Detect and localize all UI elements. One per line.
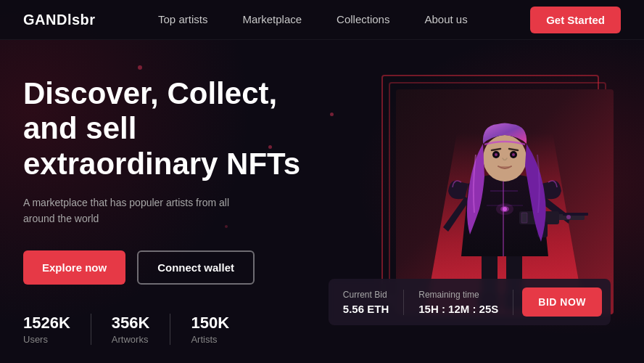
bid-time-value: 15H : 12M : 25S: [418, 303, 498, 315]
bid-now-button[interactable]: BID NOW: [522, 287, 602, 317]
stat-artworks-number: 356K: [112, 314, 150, 333]
svg-point-12: [566, 215, 571, 219]
svg-rect-11: [521, 213, 527, 223]
bid-current-label: Current Bid: [343, 290, 389, 300]
hero-title: Discover, Collect, and sell extraordinar…: [23, 76, 328, 182]
hero-left: Discover, Collect, and sell extraordinar…: [23, 69, 328, 345]
stat-users-number: 1526K: [23, 314, 70, 333]
hero-buttons: Explore now Connect wallet: [23, 250, 328, 285]
stat-artworks-label: Artworks: [112, 334, 150, 345]
bid-current-value: 5.56 ETH: [343, 303, 389, 315]
stat-artists-number: 150K: [191, 314, 229, 333]
hero-section: Discover, Collect, and sell extraordinar…: [0, 40, 644, 363]
navbar: GANDlsbr Top artists Marketplace Collect…: [0, 0, 644, 40]
logo: GANDlsbr: [23, 12, 96, 28]
svg-point-6: [503, 207, 507, 211]
stat-artworks: 356K Artworks: [112, 314, 171, 345]
stat-artists: 150K Artists: [191, 314, 249, 345]
stat-artists-label: Artists: [191, 334, 229, 345]
nav-collections[interactable]: Collections: [337, 13, 389, 25]
bid-current-section: Current Bid 5.56 ETH: [329, 290, 404, 315]
nav-about[interactable]: About us: [424, 13, 467, 25]
connect-wallet-button[interactable]: Connect wallet: [137, 250, 255, 285]
svg-point-19: [495, 153, 498, 156]
hero-stats: 1526K Users 356K Artworks 150K Artists: [23, 314, 328, 345]
explore-now-button[interactable]: Explore now: [23, 250, 125, 285]
stat-users-label: Users: [23, 334, 70, 345]
svg-point-20: [512, 153, 515, 156]
stat-users: 1526K Users: [23, 314, 91, 345]
get-started-button[interactable]: Get Started: [530, 7, 621, 33]
bid-card: Current Bid 5.56 ETH Remaining time 15H …: [329, 279, 611, 325]
bid-time-section: Remaining time 15H : 12M : 25S: [404, 290, 513, 315]
nav-top-artists[interactable]: Top artists: [158, 13, 207, 25]
hero-subtitle: A marketplace that has populer artists f…: [23, 195, 241, 227]
svg-rect-8: [563, 213, 588, 216]
nav-marketplace[interactable]: Marketplace: [242, 13, 302, 25]
hero-right: Current Bid 5.56 ETH Remaining time 15H …: [328, 69, 621, 363]
bid-time-label: Remaining time: [418, 290, 498, 300]
nav-links: Top artists Marketplace Collections Abou…: [158, 13, 468, 26]
